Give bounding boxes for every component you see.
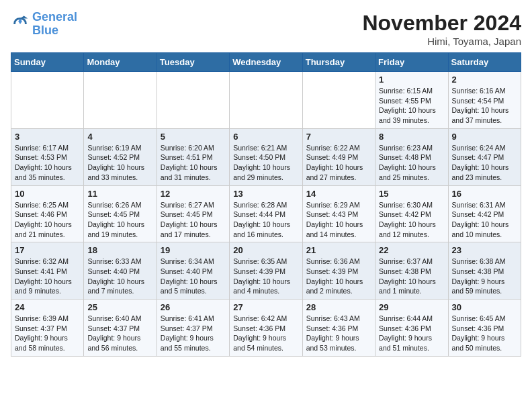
day-info: Sunrise: 6:31 AM Sunset: 4:42 PM Dayligh… xyxy=(452,200,517,240)
calendar-day-cell xyxy=(11,72,84,129)
calendar-day-cell: 4Sunrise: 6:19 AM Sunset: 4:52 PM Daylig… xyxy=(84,128,157,185)
day-number: 28 xyxy=(306,302,371,312)
day-info: Sunrise: 6:40 AM Sunset: 4:37 PM Dayligh… xyxy=(87,314,152,353)
day-info: Sunrise: 6:17 AM Sunset: 4:53 PM Dayligh… xyxy=(15,143,80,183)
calendar-day-cell: 15Sunrise: 6:30 AM Sunset: 4:42 PM Dayli… xyxy=(375,185,448,242)
calendar-week-row: 3Sunrise: 6:17 AM Sunset: 4:53 PM Daylig… xyxy=(11,128,521,185)
day-info: Sunrise: 6:30 AM Sunset: 4:42 PM Dayligh… xyxy=(379,200,444,240)
day-number: 1 xyxy=(379,75,444,85)
weekday-header: Friday xyxy=(375,53,448,72)
day-number: 20 xyxy=(233,245,298,255)
calendar-day-cell: 6Sunrise: 6:21 AM Sunset: 4:50 PM Daylig… xyxy=(230,128,302,185)
weekday-header: Thursday xyxy=(302,53,375,72)
day-number: 10 xyxy=(15,189,80,199)
calendar-day-cell: 9Sunrise: 6:24 AM Sunset: 4:47 PM Daylig… xyxy=(448,128,521,185)
day-number: 29 xyxy=(379,302,444,312)
calendar-day-cell: 23Sunrise: 6:38 AM Sunset: 4:38 PM Dayli… xyxy=(448,242,521,300)
day-number: 25 xyxy=(87,302,152,312)
day-number: 23 xyxy=(452,245,517,255)
calendar-day-cell: 8Sunrise: 6:23 AM Sunset: 4:48 PM Daylig… xyxy=(375,128,448,185)
day-info: Sunrise: 6:22 AM Sunset: 4:49 PM Dayligh… xyxy=(306,143,371,183)
calendar-day-cell: 5Sunrise: 6:20 AM Sunset: 4:51 PM Daylig… xyxy=(157,128,229,185)
day-number: 9 xyxy=(452,132,517,142)
day-info: Sunrise: 6:23 AM Sunset: 4:48 PM Dayligh… xyxy=(379,143,444,183)
day-number: 14 xyxy=(306,189,371,199)
day-number: 6 xyxy=(233,132,298,142)
calendar-day-cell: 2Sunrise: 6:16 AM Sunset: 4:54 PM Daylig… xyxy=(448,72,521,129)
calendar-day-cell xyxy=(84,72,157,129)
location: Himi, Toyama, Japan xyxy=(362,36,521,47)
day-info: Sunrise: 6:41 AM Sunset: 4:37 PM Dayligh… xyxy=(161,314,226,353)
day-number: 15 xyxy=(379,189,444,199)
calendar-day-cell: 20Sunrise: 6:35 AM Sunset: 4:39 PM Dayli… xyxy=(230,242,302,300)
day-info: Sunrise: 6:33 AM Sunset: 4:40 PM Dayligh… xyxy=(87,257,152,296)
calendar-day-cell: 27Sunrise: 6:42 AM Sunset: 4:36 PM Dayli… xyxy=(230,300,302,357)
calendar-day-cell: 14Sunrise: 6:29 AM Sunset: 4:43 PM Dayli… xyxy=(302,185,375,242)
day-number: 16 xyxy=(452,189,517,199)
weekday-header: Saturday xyxy=(448,53,521,72)
day-number: 5 xyxy=(161,132,226,142)
calendar-day-cell: 25Sunrise: 6:40 AM Sunset: 4:37 PM Dayli… xyxy=(84,300,157,357)
logo-text: General Blue xyxy=(32,11,77,38)
calendar-day-cell: 30Sunrise: 6:45 AM Sunset: 4:36 PM Dayli… xyxy=(448,300,521,357)
day-info: Sunrise: 6:34 AM Sunset: 4:40 PM Dayligh… xyxy=(161,257,226,296)
day-info: Sunrise: 6:42 AM Sunset: 4:36 PM Dayligh… xyxy=(233,314,298,353)
day-number: 8 xyxy=(379,132,444,142)
day-info: Sunrise: 6:15 AM Sunset: 4:55 PM Dayligh… xyxy=(379,86,444,126)
day-info: Sunrise: 6:35 AM Sunset: 4:39 PM Dayligh… xyxy=(233,257,298,296)
day-info: Sunrise: 6:19 AM Sunset: 4:52 PM Dayligh… xyxy=(87,143,152,183)
calendar-day-cell: 26Sunrise: 6:41 AM Sunset: 4:37 PM Dayli… xyxy=(157,300,229,357)
day-info: Sunrise: 6:16 AM Sunset: 4:54 PM Dayligh… xyxy=(452,86,517,126)
calendar-day-cell: 3Sunrise: 6:17 AM Sunset: 4:53 PM Daylig… xyxy=(11,128,84,185)
weekday-header: Monday xyxy=(84,53,157,72)
day-number: 4 xyxy=(87,132,152,142)
title-block: November 2024 Himi, Toyama, Japan xyxy=(362,11,521,47)
day-info: Sunrise: 6:29 AM Sunset: 4:43 PM Dayligh… xyxy=(306,200,371,240)
weekday-header: Wednesday xyxy=(230,53,302,72)
calendar-day-cell: 1Sunrise: 6:15 AM Sunset: 4:55 PM Daylig… xyxy=(375,72,448,129)
calendar-week-row: 24Sunrise: 6:39 AM Sunset: 4:37 PM Dayli… xyxy=(11,300,521,357)
day-number: 12 xyxy=(161,189,226,199)
calendar-day-cell: 28Sunrise: 6:43 AM Sunset: 4:36 PM Dayli… xyxy=(302,300,375,357)
day-number: 3 xyxy=(15,132,80,142)
day-info: Sunrise: 6:27 AM Sunset: 4:45 PM Dayligh… xyxy=(161,200,226,240)
calendar-week-row: 1Sunrise: 6:15 AM Sunset: 4:55 PM Daylig… xyxy=(11,72,521,129)
day-info: Sunrise: 6:43 AM Sunset: 4:36 PM Dayligh… xyxy=(306,314,371,353)
logo: General Blue xyxy=(11,11,77,38)
calendar-day-cell: 24Sunrise: 6:39 AM Sunset: 4:37 PM Dayli… xyxy=(11,300,84,357)
day-info: Sunrise: 6:38 AM Sunset: 4:38 PM Dayligh… xyxy=(452,257,517,296)
day-number: 17 xyxy=(15,245,80,255)
day-info: Sunrise: 6:44 AM Sunset: 4:36 PM Dayligh… xyxy=(379,314,444,353)
day-info: Sunrise: 6:20 AM Sunset: 4:51 PM Dayligh… xyxy=(161,143,226,183)
calendar-day-cell: 18Sunrise: 6:33 AM Sunset: 4:40 PM Dayli… xyxy=(84,242,157,300)
day-number: 18 xyxy=(87,245,152,255)
calendar-day-cell: 12Sunrise: 6:27 AM Sunset: 4:45 PM Dayli… xyxy=(157,185,229,242)
day-number: 22 xyxy=(379,245,444,255)
day-number: 11 xyxy=(87,189,152,199)
calendar-day-cell: 7Sunrise: 6:22 AM Sunset: 4:49 PM Daylig… xyxy=(302,128,375,185)
calendar-day-cell: 17Sunrise: 6:32 AM Sunset: 4:41 PM Dayli… xyxy=(11,242,84,300)
month-title: November 2024 xyxy=(362,11,521,36)
calendar-day-cell: 10Sunrise: 6:25 AM Sunset: 4:46 PM Dayli… xyxy=(11,185,84,242)
day-info: Sunrise: 6:36 AM Sunset: 4:39 PM Dayligh… xyxy=(306,257,371,296)
day-number: 19 xyxy=(161,245,226,255)
day-info: Sunrise: 6:39 AM Sunset: 4:37 PM Dayligh… xyxy=(15,314,80,353)
day-info: Sunrise: 6:26 AM Sunset: 4:45 PM Dayligh… xyxy=(87,200,152,240)
day-number: 26 xyxy=(161,302,226,312)
day-number: 2 xyxy=(452,75,517,85)
calendar-day-cell: 29Sunrise: 6:44 AM Sunset: 4:36 PM Dayli… xyxy=(375,300,448,357)
calendar-day-cell: 16Sunrise: 6:31 AM Sunset: 4:42 PM Dayli… xyxy=(448,185,521,242)
calendar-day-cell xyxy=(157,72,229,129)
day-number: 21 xyxy=(306,245,371,255)
day-number: 30 xyxy=(452,302,517,312)
logo-icon xyxy=(11,15,30,34)
calendar-day-cell xyxy=(302,72,375,129)
calendar-table: SundayMondayTuesdayWednesdayThursdayFrid… xyxy=(11,52,521,357)
calendar-day-cell: 11Sunrise: 6:26 AM Sunset: 4:45 PM Dayli… xyxy=(84,185,157,242)
weekday-header: Sunday xyxy=(11,53,84,72)
day-info: Sunrise: 6:32 AM Sunset: 4:41 PM Dayligh… xyxy=(15,257,80,296)
calendar-week-row: 17Sunrise: 6:32 AM Sunset: 4:41 PM Dayli… xyxy=(11,242,521,300)
day-info: Sunrise: 6:37 AM Sunset: 4:38 PM Dayligh… xyxy=(379,257,444,296)
page-header: General Blue November 2024 Himi, Toyama,… xyxy=(11,11,521,47)
day-number: 24 xyxy=(15,302,80,312)
